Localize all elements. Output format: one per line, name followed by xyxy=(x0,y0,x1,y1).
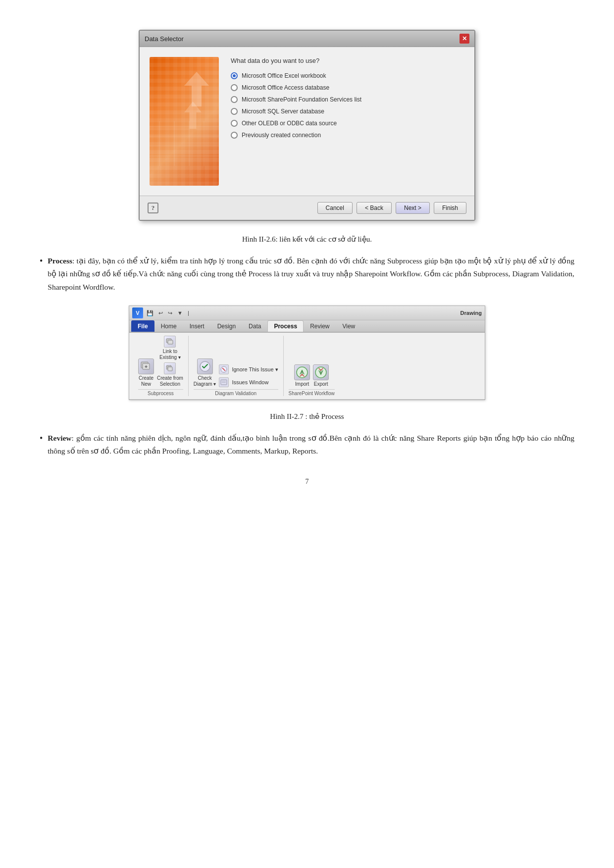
radio-oledb-circle[interactable] xyxy=(231,120,238,127)
tab-view[interactable]: View xyxy=(336,320,361,332)
issues-window-label: Issues Window xyxy=(232,379,268,385)
radio-sql[interactable]: Microsoft SQL Server database xyxy=(231,108,464,115)
tab-design[interactable]: Design xyxy=(211,320,242,332)
svg-rect-13 xyxy=(168,340,173,344)
dialog-question: What data do you want to use? xyxy=(231,57,464,64)
ignore-issue-icon xyxy=(219,364,229,374)
radio-previous-label: Previously created connection xyxy=(242,132,321,139)
issues-window-icon xyxy=(219,377,229,387)
dialog-close-button[interactable]: ✕ xyxy=(460,34,469,44)
bullet-process-term: Process xyxy=(48,256,72,265)
separator: | xyxy=(186,309,191,316)
finish-button[interactable]: Finish xyxy=(434,202,466,214)
radio-sql-circle[interactable] xyxy=(231,108,238,115)
dialog-decorative-image xyxy=(150,57,219,186)
save-icon[interactable]: 💾 xyxy=(145,309,155,317)
dialog-titlebar: Data Selector ✕ xyxy=(140,31,474,47)
radio-excel-label: Microsoft Office Excel workbook xyxy=(242,72,326,79)
create-new-button[interactable]: CreateNew xyxy=(138,358,154,387)
bullet-review-text: Review: gồm các tính năng phiên dịch, ng… xyxy=(48,432,574,458)
export-icon xyxy=(313,364,329,380)
radio-group: Microsoft Office Excel workbook Microsof… xyxy=(231,72,464,139)
data-selector-dialog: Data Selector ✕ xyxy=(139,30,475,221)
radio-excel-circle[interactable] xyxy=(231,72,238,79)
sharepoint-group-label: SharePoint Workflow xyxy=(289,389,335,396)
radio-access-circle[interactable] xyxy=(231,84,238,91)
import-label: Import xyxy=(295,381,309,387)
radio-excel[interactable]: Microsoft Office Excel workbook xyxy=(231,72,464,79)
export-label: Export xyxy=(314,381,328,387)
sharepoint-items: Import Export xyxy=(294,336,329,389)
check-diagram-label: CheckDiagram ▾ xyxy=(194,375,216,387)
undo-icon[interactable]: ↩ xyxy=(157,309,164,317)
radio-sql-label: Microsoft SQL Server database xyxy=(242,108,324,115)
dropdown-icon[interactable]: ▼ xyxy=(176,309,184,316)
create-new-icon xyxy=(138,358,154,374)
radio-oledb[interactable]: Other OLEDB or ODBC data source xyxy=(231,120,464,127)
create-new-label: CreateNew xyxy=(139,375,154,387)
radio-access[interactable]: Microsoft Office Access database xyxy=(231,84,464,91)
ignore-issue-button[interactable]: Ignore This Issue ▾ xyxy=(219,364,278,374)
ribbon-group-sharepoint: Import Export xyxy=(284,336,340,396)
radio-oledb-label: Other OLEDB or ODBC data source xyxy=(242,120,337,127)
radio-access-label: Microsoft Office Access database xyxy=(242,84,329,91)
ignore-issue-label: Ignore This Issue ▾ xyxy=(232,366,278,373)
issues-window-button[interactable]: Issues Window xyxy=(219,377,278,387)
bullet-process-item: • Process: tại đây, bạn có thể xử lý, ki… xyxy=(40,255,574,294)
ribbon-wrapper: V 💾 ↩ ↪ ▼ | Drawing File Home Insert Des… xyxy=(40,306,574,400)
next-button[interactable]: Next > xyxy=(396,202,430,214)
ribbon-group-diagram-validation: CheckDiagram ▾ Ignore This Issue ▾ xyxy=(189,336,284,396)
ribbon-group-subprocess: CreateNew Link toExisting ▾ xyxy=(133,336,189,396)
radio-sharepoint[interactable]: Microsoft SharePoint Foundation Services… xyxy=(231,96,464,103)
dialog-footer: ? Cancel < Back Next > Finish xyxy=(140,196,474,220)
bullet-process-text: Process: tại đây, bạn có thể xử lý, kiểm… xyxy=(48,255,574,294)
import-icon xyxy=(294,364,310,380)
check-diagram-button[interactable]: CheckDiagram ▾ xyxy=(194,358,216,387)
svg-rect-19 xyxy=(221,380,227,385)
tab-process[interactable]: Process xyxy=(267,320,304,332)
diagram-validation-group-label: Diagram Validation xyxy=(194,389,278,396)
radio-sharepoint-label: Microsoft SharePoint Foundation Services… xyxy=(242,96,361,103)
dialog-title: Data Selector xyxy=(145,35,184,43)
svg-rect-15 xyxy=(168,367,172,371)
tab-review[interactable]: Review xyxy=(304,320,336,332)
tab-insert[interactable]: Insert xyxy=(183,320,211,332)
help-icon[interactable]: ? xyxy=(148,203,158,213)
dialog-body: What data do you want to use? Microsoft … xyxy=(140,47,474,196)
tab-data[interactable]: Data xyxy=(242,320,267,332)
radio-previous[interactable]: Previously created connection xyxy=(231,132,464,139)
back-button[interactable]: < Back xyxy=(357,202,392,214)
bullet-dot-process: • xyxy=(40,255,43,268)
create-from-selection-label: Create fromSelection xyxy=(157,375,183,387)
radio-sharepoint-circle[interactable] xyxy=(231,96,238,103)
bullet-review-term: Review xyxy=(48,434,71,442)
diagram-validation-items: CheckDiagram ▾ Ignore This Issue ▾ xyxy=(194,336,278,389)
caption-1: Hình II-2.6: liên kết với các cơ sở dữ l… xyxy=(40,235,574,244)
bullet-dot-review: • xyxy=(40,432,43,445)
create-from-selection-icon xyxy=(164,362,176,374)
bullet-process-content: : tại đây, bạn có thể xử lý, kiểm tra tí… xyxy=(48,256,574,291)
link-to-existing-label: Link toExisting ▾ xyxy=(159,349,181,360)
subprocess-items: CreateNew Link toExisting ▾ xyxy=(138,336,183,389)
cancel-button[interactable]: Cancel xyxy=(317,202,353,214)
bullet-review-item: • Review: gồm các tính năng phiên dịch, … xyxy=(40,432,574,458)
import-button[interactable]: Import xyxy=(294,364,310,387)
tab-file[interactable]: File xyxy=(131,320,154,332)
create-from-selection-button[interactable]: Create fromSelection xyxy=(157,362,183,387)
ribbon-screenshot: V 💾 ↩ ↪ ▼ | Drawing File Home Insert Des… xyxy=(129,306,485,400)
ribbon-content: CreateNew Link toExisting ▾ xyxy=(129,333,485,400)
page-number: 7 xyxy=(40,478,574,486)
link-to-existing-icon xyxy=(164,336,176,348)
bullet-review-content: : gồm các tính năng phiên dịch, ngôn ngữ… xyxy=(48,434,574,455)
radio-previous-circle[interactable] xyxy=(231,132,238,139)
caption-2: Hình II-2.7 : thẻ Process xyxy=(40,412,574,421)
dialog-wrapper: Data Selector ✕ xyxy=(40,30,574,221)
ribbon-topbar: V 💾 ↩ ↪ ▼ | Drawing xyxy=(129,306,485,320)
visio-icon: V xyxy=(132,307,143,318)
ribbon-tabs: File Home Insert Design Data Process Rev… xyxy=(129,320,485,333)
redo-icon[interactable]: ↪ xyxy=(166,309,174,317)
link-to-existing-button[interactable]: Link toExisting ▾ xyxy=(157,336,183,360)
export-button[interactable]: Export xyxy=(313,364,329,387)
ribbon-topbar-label: Drawing xyxy=(460,310,482,316)
tab-home[interactable]: Home xyxy=(154,320,183,332)
